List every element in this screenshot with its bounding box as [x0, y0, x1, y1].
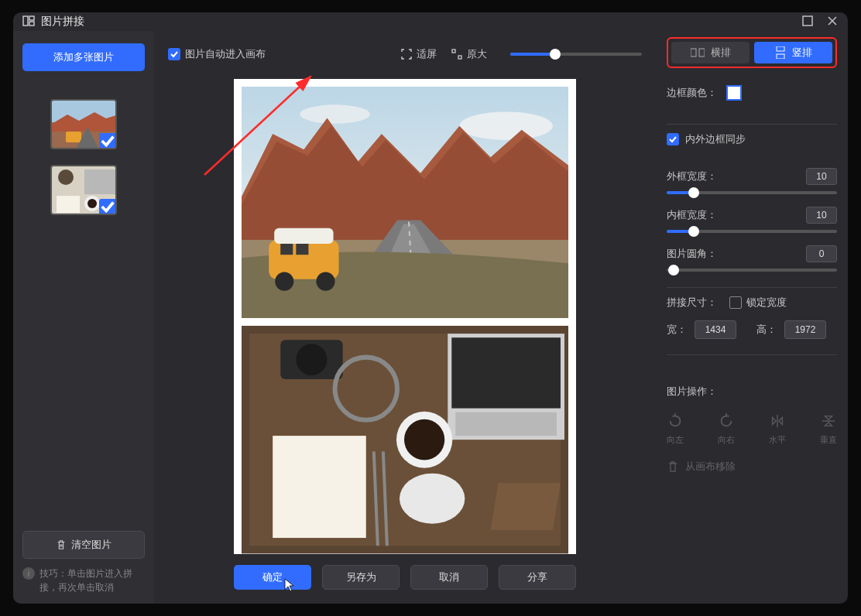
left-panel: 添加多张图片	[13, 31, 154, 604]
corner-radius-input[interactable]	[806, 245, 837, 262]
width-input[interactable]	[695, 320, 736, 339]
rotate-left-button[interactable]: 向左	[667, 412, 684, 446]
original-size-button[interactable]: 原大	[451, 47, 487, 61]
border-color-swatch[interactable]	[726, 85, 742, 101]
outer-width-label: 外框宽度：	[667, 169, 717, 183]
border-color-label: 边框颜色：	[667, 86, 717, 100]
close-button[interactable]	[826, 15, 839, 29]
canvas-image-2[interactable]	[242, 326, 568, 553]
clear-images-button[interactable]: 清空图片	[22, 531, 145, 559]
cancel-button[interactable]: 取消	[410, 565, 488, 590]
svg-rect-30	[451, 338, 561, 409]
svg-rect-2	[29, 22, 34, 26]
svg-point-18	[300, 104, 369, 123]
remove-from-canvas-button[interactable]: 从画布移除	[667, 460, 837, 474]
flip-horizontal-button[interactable]: 水平	[769, 412, 786, 446]
info-icon: i	[22, 567, 35, 580]
svg-point-33	[296, 344, 327, 376]
tip-text: i 技巧：单击图片进入拼接，再次单击取消	[22, 566, 145, 594]
rotate-right-button[interactable]: 向右	[718, 412, 735, 446]
zoom-slider[interactable]	[510, 53, 642, 56]
thumbnail-checkmark-icon	[99, 199, 116, 214]
svg-rect-42	[699, 49, 705, 56]
thumbnail-1[interactable]	[50, 99, 117, 149]
share-button[interactable]: 分享	[499, 565, 576, 590]
inner-width-label: 内框宽度：	[667, 208, 717, 222]
svg-rect-41	[691, 49, 696, 56]
lock-width-checkbox[interactable]: 锁定宽度	[729, 296, 787, 310]
dialog-window: 图片拼接 添加多张图片	[13, 12, 848, 604]
flip-vertical-button[interactable]: 垂直	[820, 412, 837, 446]
svg-point-23	[275, 272, 293, 291]
thumbnail-2[interactable]	[50, 165, 117, 215]
corner-radius-slider[interactable]	[667, 269, 837, 272]
height-input[interactable]	[784, 320, 826, 339]
inner-width-input[interactable]	[806, 207, 837, 224]
svg-point-9	[58, 169, 74, 185]
svg-rect-25	[280, 244, 293, 255]
svg-rect-44	[777, 54, 784, 59]
svg-point-36	[400, 474, 465, 524]
svg-rect-0	[23, 16, 28, 26]
ok-button[interactable]: 确定	[234, 565, 311, 590]
image-ops-label: 图片操作：	[667, 385, 717, 397]
stitch-size-label: 拼接尺寸：	[667, 296, 717, 310]
titlebar: 图片拼接	[13, 12, 848, 31]
svg-rect-13	[452, 50, 455, 53]
auto-enter-label: 图片自动进入画布	[185, 47, 266, 61]
svg-rect-10	[57, 196, 80, 213]
cursor-icon	[283, 577, 296, 593]
width-label: 宽：	[667, 323, 687, 337]
svg-point-38	[404, 419, 444, 460]
canvas-image-1[interactable]	[242, 87, 568, 318]
sync-borders-checkbox[interactable]	[667, 133, 679, 145]
outer-width-input[interactable]	[806, 168, 837, 185]
center-area: 图片自动进入画布 适屏 原大	[154, 31, 656, 604]
add-images-button[interactable]: 添加多张图片	[22, 43, 145, 71]
canvas[interactable]	[234, 79, 576, 554]
outer-width-slider[interactable]	[667, 191, 837, 194]
sync-borders-label: 内外边框同步	[685, 132, 746, 146]
toolbar: 图片自动进入画布 适屏 原大	[163, 40, 647, 68]
svg-rect-35	[273, 436, 366, 539]
svg-rect-14	[458, 56, 461, 59]
clear-button-label: 清空图片	[71, 538, 111, 552]
auto-enter-checkbox[interactable]	[168, 48, 180, 60]
thumbnail-checkmark-icon	[99, 133, 116, 149]
svg-point-24	[316, 272, 334, 291]
inner-width-slider[interactable]	[667, 230, 837, 233]
svg-rect-26	[296, 244, 308, 255]
dialog-title: 图片拼接	[41, 15, 84, 29]
layout-tabs-highlight: 横排 竖排	[667, 37, 837, 68]
height-label: 高：	[756, 323, 777, 337]
fit-screen-button[interactable]: 适屏	[400, 47, 437, 61]
svg-rect-6	[66, 132, 81, 142]
svg-rect-22	[274, 228, 333, 244]
svg-point-12	[87, 199, 97, 208]
maximize-button[interactable]	[801, 15, 814, 29]
svg-rect-3	[803, 16, 812, 26]
right-panel: 横排 竖排 边框颜色： 内外边框同步 外框宽度：	[656, 31, 848, 604]
svg-rect-1	[29, 16, 34, 20]
app-icon	[22, 15, 35, 29]
svg-rect-8	[84, 169, 117, 194]
svg-rect-31	[455, 412, 557, 436]
save-as-button[interactable]: 另存为	[322, 565, 400, 590]
corner-radius-label: 图片圆角：	[667, 247, 717, 261]
tab-vertical[interactable]: 竖排	[754, 42, 832, 63]
tab-horizontal[interactable]: 横排	[671, 42, 750, 63]
svg-rect-43	[777, 46, 784, 51]
svg-point-17	[459, 111, 553, 140]
